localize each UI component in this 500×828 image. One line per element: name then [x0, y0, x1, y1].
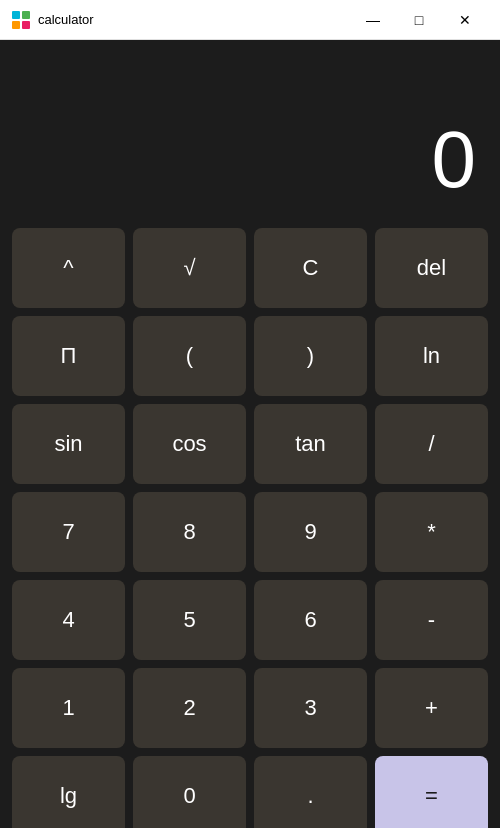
button-row-2: sincostan/: [12, 404, 488, 484]
pi-button[interactable]: Π: [12, 316, 125, 396]
delete-button[interactable]: del: [375, 228, 488, 308]
maximize-button[interactable]: □: [396, 4, 442, 36]
ln-button[interactable]: ln: [375, 316, 488, 396]
zero-button[interactable]: 0: [133, 756, 246, 828]
sin-button[interactable]: sin: [12, 404, 125, 484]
multiply-button[interactable]: *: [375, 492, 488, 572]
cos-button[interactable]: cos: [133, 404, 246, 484]
tan-button[interactable]: tan: [254, 404, 367, 484]
clear-button[interactable]: C: [254, 228, 367, 308]
open-paren-button[interactable]: (: [133, 316, 246, 396]
window-controls: — □ ✕: [350, 4, 488, 36]
svg-rect-2: [12, 21, 20, 29]
display-area: 0: [0, 40, 500, 220]
display-value: 0: [432, 120, 477, 200]
divide-button[interactable]: /: [375, 404, 488, 484]
power-button[interactable]: ^: [12, 228, 125, 308]
title-bar: calculator — □ ✕: [0, 0, 500, 40]
svg-rect-1: [22, 11, 30, 19]
button-row-4: 456-: [12, 580, 488, 660]
buttons-area: ^√CdelΠ()lnsincostan/789*456-123+lg0.=: [0, 220, 500, 828]
svg-rect-0: [12, 11, 20, 19]
sqrt-button[interactable]: √: [133, 228, 246, 308]
eight-button[interactable]: 8: [133, 492, 246, 572]
three-button[interactable]: 3: [254, 668, 367, 748]
six-button[interactable]: 6: [254, 580, 367, 660]
app-icon: [12, 11, 30, 29]
add-button[interactable]: +: [375, 668, 488, 748]
four-button[interactable]: 4: [12, 580, 125, 660]
nine-button[interactable]: 9: [254, 492, 367, 572]
one-button[interactable]: 1: [12, 668, 125, 748]
svg-rect-3: [22, 21, 30, 29]
subtract-button[interactable]: -: [375, 580, 488, 660]
button-row-6: lg0.=: [12, 756, 488, 828]
button-row-0: ^√Cdel: [12, 228, 488, 308]
close-button[interactable]: ✕: [442, 4, 488, 36]
button-row-1: Π()ln: [12, 316, 488, 396]
two-button[interactable]: 2: [133, 668, 246, 748]
decimal-button[interactable]: .: [254, 756, 367, 828]
app-title: calculator: [38, 12, 350, 27]
minimize-button[interactable]: —: [350, 4, 396, 36]
calculator-body: 0 ^√CdelΠ()lnsincostan/789*456-123+lg0.=: [0, 40, 500, 828]
button-row-5: 123+: [12, 668, 488, 748]
seven-button[interactable]: 7: [12, 492, 125, 572]
close-paren-button[interactable]: ): [254, 316, 367, 396]
button-row-3: 789*: [12, 492, 488, 572]
lg-button[interactable]: lg: [12, 756, 125, 828]
equals-button[interactable]: =: [375, 756, 488, 828]
five-button[interactable]: 5: [133, 580, 246, 660]
